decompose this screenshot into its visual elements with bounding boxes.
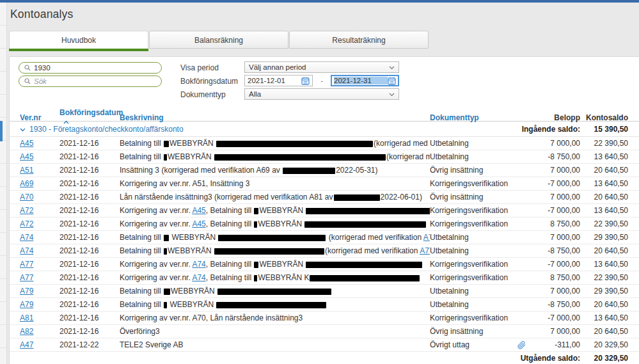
saldo-cell: 13 640,50 [580, 152, 628, 161]
dokumenttyp-select[interactable]: Alla [244, 88, 399, 100]
vernr-cell: A69 [20, 179, 59, 188]
text-search-field[interactable] [19, 75, 162, 87]
calendar-icon[interactable] [388, 77, 396, 85]
account-search-field[interactable] [19, 62, 162, 74]
belopp-cell: -7 000,00 [532, 313, 580, 322]
account-group-toggle[interactable]: 1930 - Företagskonto/checkkonto/affärsko… [20, 125, 430, 134]
redaction-bar [254, 221, 257, 228]
doctype-label: Övrig insättning [430, 166, 483, 175]
vernr-link[interactable]: A45 [20, 152, 33, 161]
date-to-field[interactable]: 2021-12-31 [331, 75, 399, 86]
col-kontosaldo[interactable]: Kontosaldo [580, 113, 628, 122]
vernr-link[interactable]: A70 [20, 193, 33, 202]
tab-huvudbok[interactable]: Huvudbok [9, 31, 148, 49]
vernr-link[interactable]: A74 [20, 233, 33, 242]
verification-link[interactable]: A77 [420, 246, 430, 255]
paperclip-icon[interactable] [517, 341, 526, 349]
tab-balansrakning[interactable]: Balansräkning [149, 31, 288, 49]
doctype-cell: Utbetalning [430, 152, 532, 161]
description-cell: Korrigering av ver.nr. A45, Betalning ti… [120, 219, 430, 228]
saldo-cell: 13 640,50 [580, 313, 628, 322]
vernr-link[interactable]: A77 [20, 273, 33, 282]
date-to-value: 2021-12-31 [334, 77, 388, 84]
saldo-cell: 22 390,50 [580, 139, 628, 148]
vernr-link[interactable]: A81 [20, 313, 33, 322]
date-cell: 2021-12-16 [59, 246, 120, 255]
doctype-cell: Utbetalning [430, 246, 532, 255]
date-cell: 2021-12-16 [59, 273, 120, 282]
saldo-cell: 13 640,50 [580, 260, 628, 269]
vernr-cell: A77 [20, 273, 59, 282]
table-row: A512021-12-16Insättning 3 (korrigerad me… [10, 164, 639, 177]
saldo-cell: 20 640,50 [580, 166, 628, 175]
visa-period-select[interactable]: Välj annan period [244, 61, 399, 73]
col-belopp[interactable]: Belopp [532, 113, 580, 122]
redaction-bar [216, 302, 326, 308]
date-cell: 2021-12-16 [59, 193, 120, 202]
doctype-cell: Utbetalning [430, 233, 532, 242]
tab-resultatrakning[interactable]: Resultaträkning [289, 31, 429, 49]
vernr-cell: A74 [20, 233, 59, 242]
verification-link[interactable]: A45 [192, 219, 205, 228]
visa-period-label: Visa period [180, 63, 219, 72]
table-row: A472021-12-22TELE2 Sverige ABÖvrigt utta… [10, 338, 639, 352]
ledger-table: Ver.nr Bokföringsdatum Beskrivning Dokum… [10, 108, 639, 364]
verification-link[interactable]: A45 [192, 206, 205, 215]
belopp-cell: -8 750,00 [532, 152, 580, 161]
doctype-cell: Korrigeringsverifikation [430, 313, 532, 322]
col-dokumenttyp[interactable]: Dokumenttyp [430, 113, 532, 122]
vernr-link[interactable]: A79 [20, 300, 33, 309]
date-range-row: 2021-12-01 - 2021-12-31 [244, 75, 399, 86]
redaction-bar [254, 208, 258, 214]
redaction-bar [216, 141, 373, 147]
col-beskrivning[interactable]: Beskrivning [120, 113, 430, 122]
table-header-row: Ver.nr Bokföringsdatum Beskrivning Dokum… [10, 108, 639, 122]
account-group-row: 1930 - Företagskonto/checkkonto/affärsko… [10, 122, 639, 137]
vernr-link[interactable]: A72 [20, 219, 33, 228]
doctype-label: Utbetalning [430, 152, 469, 161]
vernr-link[interactable]: A82 [20, 327, 33, 336]
date-from-field[interactable]: 2021-12-01 [244, 75, 313, 86]
col-vernr[interactable]: Ver.nr [20, 113, 59, 122]
account-search-input[interactable] [34, 64, 156, 72]
belopp-cell: 7 000,00 [532, 327, 580, 336]
belopp-cell: 8 750,00 [532, 219, 580, 228]
text-search-input[interactable] [34, 77, 156, 85]
vernr-link[interactable]: A45 [20, 139, 33, 148]
vernr-link[interactable]: A77 [20, 260, 33, 269]
account-group-label: 1930 - Företagskonto/checkkonto/affärsko… [29, 125, 184, 134]
table-row: A722021-12-16Korrigering av ver.nr. A45,… [10, 218, 639, 231]
vernr-link[interactable]: A79 [20, 287, 33, 296]
table-footer-row: Utgående saldo: 20 329,50 [10, 352, 639, 364]
vernr-cell: A51 [20, 166, 59, 175]
vernr-cell: A47 [20, 340, 59, 349]
verification-link[interactable]: A77 [423, 233, 430, 242]
calendar-icon[interactable] [301, 77, 310, 85]
vernr-link[interactable]: A74 [20, 246, 33, 255]
date-range-separator: - [313, 77, 331, 84]
scrollbar-thumb[interactable] [0, 121, 3, 141]
doctype-label: Utbetalning [430, 300, 469, 309]
vernr-link[interactable]: A51 [20, 166, 33, 175]
belopp-cell: -311,00 [532, 340, 580, 349]
saldo-cell: 29 390,50 [580, 233, 628, 242]
chevron-down-icon [389, 90, 395, 98]
vernr-link[interactable]: A47 [20, 340, 33, 349]
doctype-cell: Korrigeringsverifikation [430, 273, 532, 282]
description-cell: Korrigering av ver.nr. A74, Betalning ti… [120, 260, 430, 269]
belopp-cell: -8 750,00 [532, 300, 580, 309]
collapsed-sidebar [0, 3, 7, 364]
belopp-cell: -8 750,00 [532, 246, 580, 255]
belopp-cell: -7 000,00 [532, 179, 580, 188]
vernr-link[interactable]: A72 [20, 206, 33, 215]
verification-link[interactable]: A74 [192, 260, 205, 269]
doctype-label: Korrigeringsverifikation [430, 206, 508, 215]
table-row: A702021-12-16Lån närstående insättning3 … [10, 191, 639, 204]
redaction-bar [164, 289, 170, 295]
redaction-bar [214, 248, 324, 255]
description-cell: Korrigering av ver.nr. A51, Insättning 3 [120, 179, 430, 188]
vernr-link[interactable]: A69 [20, 179, 33, 188]
verification-link[interactable]: A74 [192, 273, 205, 282]
date-cell: 2021-12-16 [59, 139, 120, 148]
description-cell: Betalning till WEBBYRÅN [120, 300, 430, 309]
